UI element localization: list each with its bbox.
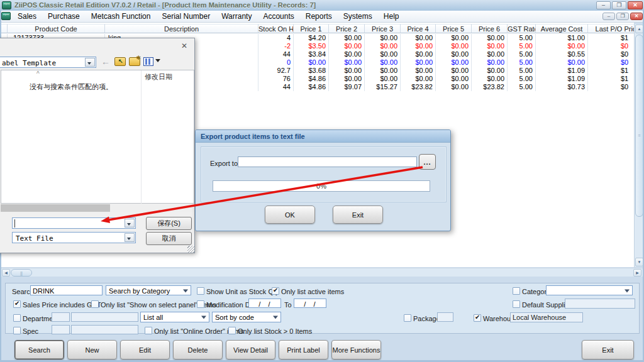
default-supplier-field[interactable] [565, 299, 635, 309]
mod-date-checkbox[interactable] [197, 300, 204, 308]
print-label-button[interactable]: Print Label [279, 340, 328, 359]
sort-by-dropdown[interactable]: Sort by code [212, 312, 281, 322]
save-button[interactable]: 保存(S) [146, 217, 192, 230]
exit-button[interactable]: Exit [582, 340, 634, 359]
spec-name-field[interactable] [71, 325, 138, 334]
column-header-last-p-o-price[interactable]: Last P/O Price [588, 24, 634, 33]
column-header-price-5[interactable]: Price 5 [436, 24, 472, 33]
view-menu-icon[interactable] [143, 57, 153, 66]
mdi-restore-button[interactable]: ❐ [616, 13, 629, 20]
search-button[interactable]: Search [14, 340, 64, 359]
filetype-combobox[interactable]: Text File [12, 232, 136, 243]
modified-date-column-header[interactable]: 修改日期 [145, 72, 172, 82]
column-header-margin[interactable] [1, 24, 8, 33]
select-panel-checkbox[interactable] [91, 300, 99, 308]
stock-gt0-checkbox[interactable] [228, 327, 236, 334]
ok-button[interactable]: OK [265, 206, 315, 224]
department-checkbox[interactable] [13, 314, 21, 322]
menu-warranty[interactable]: Warranty [216, 12, 257, 21]
package-field[interactable] [437, 312, 453, 322]
mdi-minimize-button[interactable]: – [602, 13, 615, 20]
delete-button[interactable]: Delete [173, 340, 223, 359]
menu-serial-number[interactable]: Serial Number [156, 12, 216, 21]
list-scrollbar-thumb[interactable] [1, 204, 110, 212]
vertical-scrollbar[interactable]: ▲ = ▼ [634, 24, 643, 267]
column-header-price-4[interactable]: Price 4 [401, 24, 436, 33]
close-button[interactable]: ✕ [628, 1, 643, 9]
package-checkbox[interactable] [404, 314, 411, 322]
save-location-combobox[interactable]: abel Template [0, 57, 96, 68]
online-order-checkbox[interactable] [145, 327, 152, 334]
column-divider [141, 70, 142, 204]
new-folder-icon[interactable]: ✱ [129, 57, 140, 66]
department-code-field[interactable] [52, 312, 70, 322]
restore-button[interactable]: ❐ [612, 1, 626, 9]
search-input[interactable]: DRINK [30, 285, 103, 295]
spec-checkbox[interactable] [13, 327, 21, 334]
column-header-price-2[interactable]: Price 2 [329, 24, 365, 33]
minimize-button[interactable]: – [596, 1, 611, 9]
cancel-button[interactable]: 取消 [146, 232, 192, 245]
column-header-price-6[interactable]: Price 6 [472, 24, 508, 33]
cell: $1 [588, 75, 634, 83]
menu-accounts[interactable]: Accounts [257, 12, 299, 21]
spec-code-field[interactable] [52, 325, 70, 334]
menu-sales[interactable]: Sales [12, 12, 42, 21]
cell: 0 [258, 58, 294, 67]
scroll-left-icon[interactable]: ◀ [2, 269, 10, 277]
sales-gst-checkbox[interactable] [13, 300, 21, 308]
date-to-input[interactable]: __/__/____ [294, 299, 326, 308]
column-header-price-1[interactable]: Price 1 [294, 24, 329, 33]
department-name-field[interactable] [71, 312, 138, 322]
export-to-input[interactable] [238, 156, 417, 167]
scroll-right-icon[interactable]: ▶ [633, 269, 641, 277]
cell: 5.00 [508, 67, 536, 75]
new-button[interactable]: New [67, 340, 117, 359]
column-header-price-3[interactable]: Price 3 [365, 24, 401, 33]
chevron-down-icon[interactable] [125, 219, 135, 228]
export-exit-button[interactable]: Exit [333, 206, 383, 224]
default-supplier-checkbox[interactable] [513, 300, 520, 308]
show-unit-checkbox[interactable] [197, 287, 204, 295]
browse-button[interactable]: ... [419, 154, 436, 170]
only-active-checkbox[interactable] [272, 287, 279, 295]
list-filter-dropdown[interactable]: List all [140, 312, 209, 322]
dialog-close-icon[interactable]: ✕ [181, 42, 187, 50]
mdi-close-button[interactable]: ✕ [630, 13, 643, 20]
edit-button[interactable]: Edit [120, 340, 170, 359]
cell: $0.00 [472, 67, 508, 75]
cell: $0.00 [401, 67, 436, 75]
column-header-stock-on-hand[interactable]: Stock On Hand [258, 24, 294, 33]
search-by-dropdown[interactable]: Search by Category [106, 285, 191, 295]
back-icon[interactable]: ← [101, 57, 110, 67]
column-header-average-cost[interactable]: Average Cost [536, 24, 588, 33]
cell: $0 [588, 42, 634, 50]
chevron-down-icon[interactable] [155, 59, 160, 62]
horizontal-scrollbar[interactable]: ◀ || ▶ [1, 268, 643, 277]
resize-grip[interactable] [187, 246, 194, 253]
menu-metcash-function[interactable]: Metcash Function [86, 12, 157, 21]
menu-systems[interactable]: Systems [338, 12, 378, 21]
column-header-description[interactable]: Description [105, 24, 258, 33]
category-dropdown[interactable] [546, 285, 633, 295]
menu-help[interactable]: Help [378, 12, 405, 21]
date-from-input[interactable]: __/__/____ [248, 299, 281, 308]
warehouse-checkbox[interactable] [474, 314, 481, 322]
list-scrollbar-track[interactable] [1, 204, 194, 212]
chevron-down-icon[interactable] [85, 58, 95, 67]
up-folder-icon[interactable]: ↖ [114, 57, 126, 66]
column-header-product-code[interactable]: Product Code [8, 24, 105, 33]
cell: 76 [258, 75, 294, 83]
file-list-area[interactable]: ^ 修改日期 没有与搜索条件匹配的项。 [1, 70, 194, 204]
view-detail-button[interactable]: View Detail [226, 340, 275, 359]
more-functions-button[interactable]: More Functions [331, 340, 381, 359]
menu-purchase[interactable]: Purchase [42, 12, 86, 21]
filename-combobox[interactable] [12, 217, 136, 229]
warehouse-field[interactable]: Local Warehouse [510, 312, 583, 322]
horizontal-scroll-thumb[interactable]: || [11, 269, 32, 277]
category-checkbox[interactable] [513, 287, 520, 295]
column-header-gst-rate[interactable]: GST Rate [508, 24, 536, 33]
chevron-down-icon[interactable] [125, 233, 135, 242]
cell: $0.00 [365, 75, 401, 83]
menu-reports[interactable]: Reports [300, 12, 338, 21]
